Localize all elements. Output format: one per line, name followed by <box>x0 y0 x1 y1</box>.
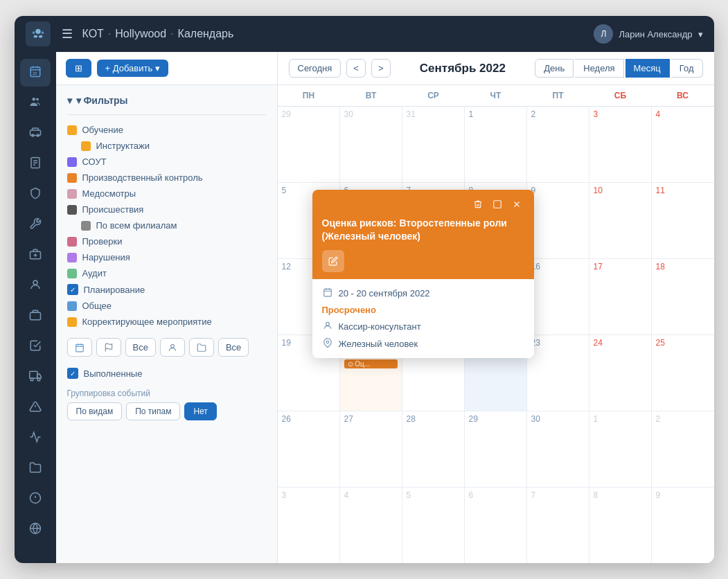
sidebar-item-chart[interactable] <box>20 425 51 452</box>
user-avatar: Л <box>594 24 613 44</box>
cell-wed-w6[interactable]: 5 <box>402 488 465 563</box>
cell-tue-w5[interactable]: 27 <box>340 411 402 487</box>
filter-obschee[interactable]: Общее <box>67 298 266 314</box>
filters-header[interactable]: ▾ ▾ Фильтры <box>67 95 266 106</box>
next-button[interactable]: > <box>371 59 391 78</box>
cell-sat-w4[interactable]: 24 <box>589 335 652 411</box>
filter-korm[interactable]: Корректирующее мероприятие <box>67 314 266 330</box>
filter-prodkontrol[interactable]: Производственный контроль <box>67 170 266 186</box>
sidebar-item-user[interactable] <box>20 272 51 300</box>
filter-filials[interactable]: По всем филиалам <box>67 217 266 233</box>
cell-sun-w6[interactable]: 9 <box>652 488 714 563</box>
popup-pin-icon <box>322 338 333 350</box>
view-month-btn[interactable]: Месяц <box>625 59 670 78</box>
sidebar-item-folder[interactable] <box>20 455 51 483</box>
popup-title: Оценка рисков: Второстепенные роли (Желе… <box>322 217 524 243</box>
breadcrumb-kot[interactable]: КОТ <box>82 28 104 40</box>
add-button[interactable]: + Добавить ▾ <box>97 60 169 77</box>
filters-label: ▾ Фильтры <box>76 95 128 106</box>
calendar-filter-btn[interactable] <box>67 338 92 357</box>
sidebar-item-truck[interactable] <box>20 364 51 391</box>
cell-sat-w6[interactable]: 8 <box>589 488 652 563</box>
cell-mon-w1[interactable]: 29 <box>278 107 340 182</box>
cell-sat-w1[interactable]: 3 <box>589 107 652 182</box>
filter-audit[interactable]: Аудит <box>67 265 266 281</box>
breadcrumb-calendar[interactable]: Календарь <box>178 28 234 40</box>
sidebar-item-shield[interactable] <box>20 181 51 208</box>
filter-instruktazhi[interactable]: Инструктажи <box>67 138 266 154</box>
cell-sat-w2[interactable]: 10 <box>589 183 652 258</box>
popup-body: 20 - 20 сентября 2022 Просрочено Касс <box>312 279 534 358</box>
cell-fri-w1[interactable]: 2 <box>527 107 589 182</box>
completed-row[interactable]: ✓ Выполненные <box>67 365 266 382</box>
flag-filter-btn[interactable] <box>96 338 121 357</box>
filter-label-narusheniya: Нарушения <box>82 252 130 262</box>
cell-sat-w3[interactable]: 17 <box>589 259 652 335</box>
sidebar-item-checklist[interactable] <box>20 333 51 361</box>
view-week-btn[interactable]: Неделя <box>575 59 623 78</box>
popup-resize-btn[interactable] <box>490 198 505 213</box>
shield-icon <box>29 187 42 202</box>
folder-filter-btn[interactable] <box>189 338 214 357</box>
view-year-btn[interactable]: Год <box>671 59 703 78</box>
cell-tue-w6[interactable]: 4 <box>340 488 402 563</box>
cell-sun-w2[interactable]: 11 <box>652 183 714 258</box>
filter-proish[interactable]: Происшествия <box>67 202 266 217</box>
filter-narusheniya[interactable]: Нарушения <box>67 249 266 265</box>
group-by-type-btn[interactable]: По видам <box>67 402 123 420</box>
cell-sat-w5[interactable]: 1 <box>589 411 652 487</box>
event-ocenka-2[interactable]: ⊙ Оц... <box>344 359 398 368</box>
popup-close-btn[interactable] <box>509 198 524 213</box>
grid-view-button[interactable]: ⊞ <box>66 59 91 78</box>
sidebar-item-globe[interactable] <box>20 516 51 544</box>
popup-delete-btn[interactable] <box>470 198 486 213</box>
truck-icon <box>29 370 42 385</box>
sidebar-item-calendar[interactable]: 22 <box>20 59 51 87</box>
cell-wed-w1[interactable]: 31 <box>402 107 465 182</box>
filter-medosmotr[interactable]: Медосмотры <box>67 186 266 202</box>
group-none-btn[interactable]: Нет <box>184 402 216 420</box>
cell-fri-w4[interactable]: 23 <box>527 335 589 411</box>
view-day-btn[interactable]: День <box>535 59 574 78</box>
all-filter-btn2[interactable]: Все <box>218 338 249 357</box>
cell-sun-w5[interactable]: 2 <box>652 411 714 487</box>
day-header-mon: Пн <box>278 85 340 106</box>
breadcrumb-hollywood[interactable]: Hollywood <box>115 28 166 40</box>
group-by-category-btn[interactable]: По типам <box>126 402 180 420</box>
sidebar-item-info[interactable] <box>20 486 51 513</box>
cell-fri-w2[interactable]: 9 <box>527 183 589 258</box>
cell-thu-w5[interactable]: 29 <box>465 411 527 487</box>
popup-edit-btn[interactable] <box>322 250 344 272</box>
filter-obuchenie[interactable]: Обучение <box>67 122 266 138</box>
filter-dot-obschee <box>67 301 77 311</box>
user-menu[interactable]: Л Ларин Александр ▾ <box>594 24 702 44</box>
cell-tue-w1[interactable]: 30 <box>340 107 402 182</box>
cell-mon-w6[interactable]: 3 <box>278 488 340 563</box>
cell-fri-w5[interactable]: 30 <box>527 411 589 487</box>
cell-mon-w5[interactable]: 26 <box>278 411 340 487</box>
cell-fri-w3[interactable]: 16 <box>527 259 589 335</box>
sidebar-item-transport[interactable] <box>20 120 51 148</box>
sidebar-item-medkit[interactable] <box>20 242 51 269</box>
filter-proverki[interactable]: Проверки <box>67 233 266 249</box>
today-button[interactable]: Сегодня <box>289 59 341 78</box>
sidebar-item-people[interactable] <box>20 89 51 117</box>
user-filter-btn[interactable] <box>160 338 185 357</box>
sidebar-item-document[interactable] <box>20 150 51 178</box>
cell-sun-w1[interactable]: 4 <box>652 107 714 182</box>
all-filter-btn1[interactable]: Все <box>125 338 156 357</box>
sidebar-item-risk[interactable] <box>20 394 51 422</box>
cell-sun-w4[interactable]: 25 <box>652 335 714 411</box>
filter-sout[interactable]: СОУТ <box>67 154 266 170</box>
menu-icon[interactable]: ☰ <box>62 26 73 42</box>
sidebar-item-box[interactable] <box>20 303 51 330</box>
cell-sun-w3[interactable]: 18 <box>652 259 714 335</box>
cell-fri-w6[interactable]: 7 <box>527 488 589 563</box>
filter-dot-narusheniya <box>67 253 77 262</box>
cell-wed-w5[interactable]: 28 <box>402 411 465 487</box>
sidebar-item-tools[interactable] <box>20 211 51 239</box>
cell-thu-w1[interactable]: 1 <box>465 107 527 182</box>
cell-thu-w6[interactable]: 6 <box>465 488 527 563</box>
prev-button[interactable]: < <box>346 59 366 78</box>
filter-planirovanie[interactable]: ✓ Планирование <box>67 281 266 298</box>
